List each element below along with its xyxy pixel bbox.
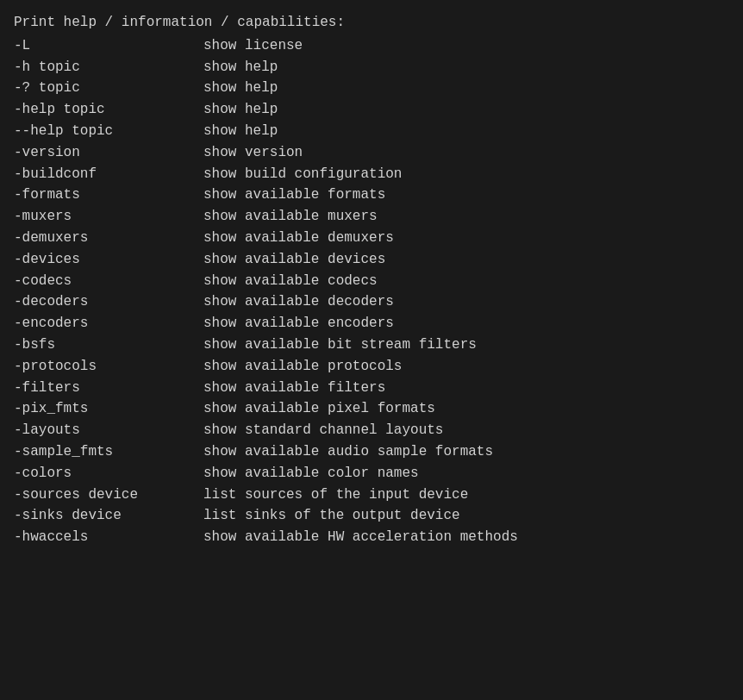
flag-cell: -? topic xyxy=(14,78,203,99)
header-text: Print help / information / capabilities: xyxy=(14,15,345,30)
flag-cell: -sinks device xyxy=(14,505,203,527)
desc-cell: show available formats xyxy=(203,184,385,206)
table-row: -sinks devicelist sinks of the output de… xyxy=(14,505,729,527)
flag-cell: -pix_fmts xyxy=(14,398,203,420)
table-row: -Lshow license xyxy=(14,35,729,57)
flag-cell: -version xyxy=(14,142,203,164)
desc-cell: show help xyxy=(203,121,278,142)
table-row: -protocolsshow available protocols xyxy=(14,356,729,378)
flag-cell: -bsfs xyxy=(14,334,203,356)
desc-cell: show standard channel layouts xyxy=(203,420,443,441)
desc-cell: show available muxers xyxy=(203,206,378,228)
flag-cell: -codecs xyxy=(14,271,203,292)
terminal-output: Print help / information / capabilities:… xyxy=(14,12,729,548)
header-line: Print help / information / capabilities: xyxy=(14,12,729,34)
desc-cell: show available protocols xyxy=(203,356,402,378)
desc-cell: show available color names xyxy=(203,463,419,484)
desc-cell: show available encoders xyxy=(203,313,394,334)
flag-cell: -h topic xyxy=(14,57,203,78)
flag-cell: -formats xyxy=(14,184,203,206)
desc-cell: show help xyxy=(203,57,278,78)
flag-cell: -buildconf xyxy=(14,164,203,185)
flag-cell: -help topic xyxy=(14,99,203,121)
flag-cell: -L xyxy=(14,35,203,57)
desc-cell: show help xyxy=(203,99,278,121)
desc-cell: show available HW acceleration methods xyxy=(203,527,518,548)
flag-cell: -colors xyxy=(14,463,203,484)
table-row: -decodersshow available decoders xyxy=(14,291,729,313)
flag-cell: -filters xyxy=(14,378,203,399)
table-row: -devicesshow available devices xyxy=(14,249,729,271)
desc-cell: show available bit stream filters xyxy=(203,334,477,356)
desc-cell: show available decoders xyxy=(203,291,394,313)
desc-cell: show available filters xyxy=(203,378,385,399)
table-row: -codecsshow available codecs xyxy=(14,271,729,292)
desc-cell: show available audio sample formats xyxy=(203,441,493,463)
table-row: -demuxersshow available demuxers xyxy=(14,228,729,249)
desc-cell: show available pixel formats xyxy=(203,398,435,420)
flag-cell: -protocols xyxy=(14,356,203,378)
desc-cell: show available codecs xyxy=(203,271,378,292)
flag-cell: -layouts xyxy=(14,420,203,441)
table-row: -formatsshow available formats xyxy=(14,184,729,206)
desc-cell: show build configuration xyxy=(203,164,402,185)
desc-cell: show version xyxy=(203,142,303,164)
flag-cell: --help topic xyxy=(14,121,203,142)
flag-cell: -sample_fmts xyxy=(14,441,203,463)
desc-cell: list sources of the input device xyxy=(203,484,468,506)
flag-cell: -decoders xyxy=(14,291,203,313)
desc-cell: show available devices xyxy=(203,249,385,271)
table-row: -hwaccelsshow available HW acceleration … xyxy=(14,527,729,548)
table-row: -filtersshow available filters xyxy=(14,378,729,399)
table-row: -buildconfshow build configuration xyxy=(14,164,729,185)
desc-cell: show help xyxy=(203,78,278,99)
flag-cell: -devices xyxy=(14,249,203,271)
table-row: -colorsshow available color names xyxy=(14,463,729,484)
flag-cell: -hwaccels xyxy=(14,527,203,548)
table-row: -help topicshow help xyxy=(14,99,729,121)
flag-cell: -encoders xyxy=(14,313,203,334)
table-row: -layoutsshow standard channel layouts xyxy=(14,420,729,441)
table-row: -h topicshow help xyxy=(14,57,729,78)
table-row: -muxersshow available muxers xyxy=(14,206,729,228)
table-row: -versionshow version xyxy=(14,142,729,164)
flag-cell: -muxers xyxy=(14,206,203,228)
desc-cell: show license xyxy=(203,35,303,57)
table-row: -sample_fmtsshow available audio sample … xyxy=(14,441,729,463)
desc-cell: show available demuxers xyxy=(203,228,394,249)
table-row: -bsfsshow available bit stream filters xyxy=(14,334,729,356)
table-row: -? topicshow help xyxy=(14,78,729,99)
table-row: --help topicshow help xyxy=(14,121,729,142)
table-row: -pix_fmtsshow available pixel formats xyxy=(14,398,729,420)
flag-cell: -sources device xyxy=(14,484,203,506)
table-row: -encodersshow available encoders xyxy=(14,313,729,334)
desc-cell: list sinks of the output device xyxy=(203,505,460,527)
flag-cell: -demuxers xyxy=(14,228,203,249)
table-row: -sources devicelist sources of the input… xyxy=(14,484,729,506)
